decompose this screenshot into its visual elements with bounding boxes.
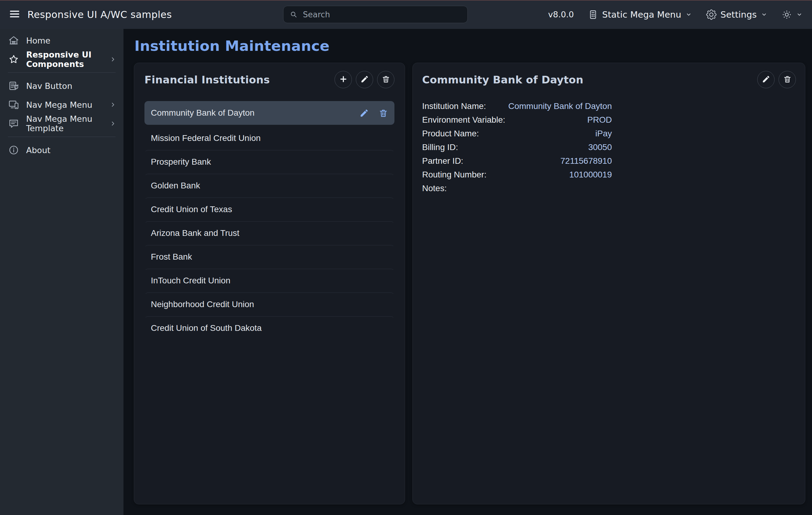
field-value: 101000019 — [569, 170, 612, 180]
detail-card-title: Community Bank of Dayton — [422, 74, 583, 86]
sidebar-item-label: About — [26, 145, 51, 155]
theme-dropdown[interactable] — [782, 9, 803, 20]
institution-detail-card: Community Bank of Dayton Institution Nam… — [412, 63, 805, 504]
field-label: Product Name: — [422, 129, 479, 138]
chevron-down-icon — [685, 11, 692, 18]
chevron-down-icon — [796, 11, 803, 18]
field-label: Environment Variable: — [422, 115, 505, 125]
institution-list-item[interactable]: Credit Union of South Dakota — [144, 316, 395, 340]
institution-name: Neighborhood Credit Union — [151, 299, 254, 309]
sidebar-item-nav-mega-menu-template[interactable]: Nav Mega Menu Template — [0, 116, 123, 132]
settings-label: Settings — [721, 9, 757, 20]
page-title: Institution Maintenance — [134, 29, 805, 56]
row-actions — [359, 108, 388, 118]
detail-card-actions — [757, 71, 796, 88]
mega-menu-dropdown[interactable]: Static Mega Menu — [588, 9, 692, 20]
field-value: 30050 — [588, 142, 612, 152]
institution-name: Arizona Bank and Trust — [151, 228, 239, 238]
top-bar: Responsive UI A/WC samples v8.0.0 Static… — [0, 0, 812, 29]
institution-list-item[interactable]: Community Bank of Dayton — [144, 101, 395, 125]
field-label: Notes: — [422, 184, 447, 193]
version-label: v8.0.0 — [548, 10, 574, 19]
field-label: Routing Number: — [422, 170, 487, 180]
institution-name: Credit Union of South Dakota — [151, 323, 262, 333]
star-icon — [8, 54, 19, 65]
institution-name: Mission Federal Credit Union — [151, 133, 261, 143]
field-label: Billing ID: — [422, 142, 458, 152]
sidebar: HomeResponsive UI ComponentsNav ButtonNa… — [0, 29, 123, 515]
institution-name: Prosperity Bank — [151, 157, 211, 167]
gear-icon — [706, 9, 717, 20]
sidebar-item-label: Home — [26, 36, 51, 45]
app-title: Responsive UI A/WC samples — [27, 9, 172, 20]
edit-detail-button[interactable] — [757, 71, 775, 88]
sun-icon — [782, 9, 792, 20]
trash-icon — [382, 75, 390, 84]
list-card-header: Financial Institutions — [144, 71, 395, 88]
home-icon — [8, 35, 19, 46]
institution-name: Credit Union of Texas — [151, 205, 232, 214]
sidebar-item-about[interactable]: About — [0, 142, 123, 158]
field-value: Community Bank of Dayton — [508, 101, 612, 111]
institution-name: Community Bank of Dayton — [151, 108, 255, 118]
institution-fields: Institution Name:Community Bank of Dayto… — [422, 99, 612, 195]
hamburger-icon — [9, 8, 20, 21]
main-content: Institution Maintenance Financial Instit… — [123, 29, 812, 515]
field-value: iPay — [596, 129, 612, 138]
sidebar-item-nav-mega-menu[interactable]: Nav Mega Menu — [0, 97, 123, 113]
mega-menu-icon — [588, 9, 598, 20]
info-icon — [8, 144, 19, 156]
institution-list-item[interactable]: Neighborhood Credit Union — [144, 293, 395, 316]
add-institution-button[interactable] — [335, 71, 352, 88]
institution-list-item[interactable]: InTouch Credit Union — [144, 269, 395, 293]
institution-list-item[interactable]: Golden Bank — [144, 174, 395, 197]
devices-icon — [8, 99, 19, 110]
plus-icon — [339, 75, 348, 84]
settings-dropdown[interactable]: Settings — [706, 9, 767, 20]
chevron-right-icon — [109, 101, 117, 109]
delete-institution-button[interactable] — [377, 71, 395, 88]
institution-name: InTouch Credit Union — [151, 276, 230, 286]
chevron-right-icon — [109, 55, 117, 63]
financial-institutions-card: Financial Institutions Community Bank of… — [134, 63, 405, 504]
search-input[interactable] — [302, 10, 461, 20]
field-row: Billing ID:30050 — [422, 140, 612, 154]
institution-list-item[interactable]: Prosperity Bank — [144, 150, 395, 174]
top-accent-line — [0, 0, 812, 1]
sidebar-item-label: Nav Button — [26, 81, 72, 91]
search-icon — [290, 10, 298, 19]
chevron-down-icon — [761, 11, 767, 18]
institution-list-item[interactable]: Frost Bank — [144, 245, 395, 269]
institution-list-item[interactable]: Credit Union of Texas — [144, 197, 395, 221]
chevron-right-icon — [109, 119, 117, 128]
sidebar-item-responsive-ui-components[interactable]: Responsive UI Components — [0, 51, 123, 67]
delete-icon[interactable] — [379, 108, 388, 118]
edit-institution-button[interactable] — [356, 71, 373, 88]
topbar-right-group: v8.0.0 Static Mega Menu Settings — [548, 9, 812, 20]
trash-icon — [783, 75, 792, 84]
institution-list-item[interactable]: Mission Federal Credit Union — [144, 126, 395, 150]
sidebar-divider — [8, 73, 116, 73]
delete-detail-button[interactable] — [779, 71, 796, 88]
institution-name: Frost Bank — [151, 252, 192, 262]
search-box — [283, 6, 468, 23]
field-row: Environment Variable:PROD — [422, 113, 612, 127]
sidebar-item-label: Nav Mega Menu — [26, 100, 92, 110]
sidebar-item-label: Nav Mega Menu Template — [26, 114, 109, 133]
sidebar-item-nav-button[interactable]: Nav Button — [0, 78, 123, 94]
sidebar-divider — [8, 137, 116, 137]
field-row: Routing Number:101000019 — [422, 168, 612, 182]
pencil-icon — [762, 75, 770, 84]
sidebar-item-home[interactable]: Home — [0, 33, 123, 48]
edit-icon[interactable] — [359, 108, 369, 118]
field-row: Product Name:iPay — [422, 127, 612, 140]
hamburger-menu-button[interactable] — [7, 7, 22, 22]
mega-menu-label: Static Mega Menu — [602, 9, 681, 20]
field-value: 72115678910 — [560, 156, 612, 166]
message-icon — [8, 118, 19, 129]
nav-button-icon — [8, 80, 19, 91]
institution-list-item[interactable]: Arizona Bank and Trust — [144, 221, 395, 245]
sidebar-nav: HomeResponsive UI ComponentsNav ButtonNa… — [0, 29, 123, 158]
institution-list: Community Bank of DaytonMission Federal … — [144, 101, 395, 340]
field-label: Institution Name: — [422, 101, 486, 111]
